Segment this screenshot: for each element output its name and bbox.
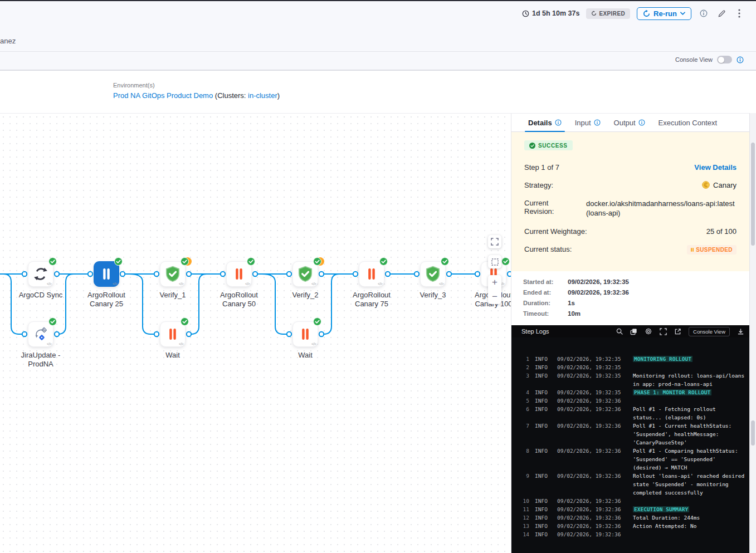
log-line: 10INFO09/02/2026, 19:32:36: [511, 497, 750, 505]
main-content: </>ArgoCD Sync </>JiraUpdate -ProdNA </>…: [0, 113, 756, 553]
node-status-success-icon: [441, 257, 449, 266]
step-logs-title: Step Logs: [521, 328, 549, 335]
node-status-success-icon: [181, 317, 189, 326]
status-badge-expired: EXPIRED: [586, 8, 630, 19]
cluster-link[interactable]: in-cluster: [248, 91, 277, 100]
revision-label: Current Revision:: [524, 199, 569, 216]
execution-duration: 1d 5h 10m 37s: [522, 9, 579, 17]
log-download-icon[interactable]: [737, 328, 744, 335]
pipeline-node-verify-3[interactable]: </>: [420, 261, 446, 287]
timing-row: Started at:09/02/2026, 19:32:35: [523, 278, 750, 285]
log-copy-icon[interactable]: [630, 328, 637, 335]
tab-info-icon: [638, 119, 645, 126]
log-search-icon[interactable]: [616, 328, 623, 335]
rerun-button[interactable]: Re-run: [637, 7, 691, 20]
suspended-badge: SUSPENDED: [687, 245, 737, 255]
edit-pipeline-icon[interactable]: [716, 8, 727, 19]
current-status-label: Current status:: [524, 245, 572, 253]
pipeline-node-verify-2[interactable]: </>: [292, 261, 318, 287]
tab-output[interactable]: Output: [607, 114, 652, 131]
log-line: 7INFO09/02/2026, 19:32:36Poll #1 - Curre…: [511, 422, 750, 447]
pipeline-node-canary-50[interactable]: </>: [226, 261, 252, 287]
log-line: 14INFO09/02/2026, 19:32:36: [511, 530, 750, 539]
log-console-view-button[interactable]: Console View: [689, 327, 730, 336]
node-label-jira-update: JiraUpdate -ProdNA: [7, 351, 74, 369]
node-status-success-icon: [247, 257, 255, 266]
view-details-link[interactable]: View Details: [694, 163, 737, 172]
step-logs-panel: Step Logs Console View 1INFO09/02/2026, …: [511, 325, 750, 553]
log-line: 1INFO09/02/2026, 19:32:35MONITORING ROLL…: [511, 355, 750, 363]
step-logs-body[interactable]: 1INFO09/02/2026, 19:32:35MONITORING ROLL…: [511, 337, 750, 553]
node-label-canary-50: ArgoRolloutCanary 50: [206, 291, 272, 309]
shield-check-icon: [425, 266, 441, 282]
log-fullscreen-icon[interactable]: [660, 328, 667, 335]
details-tabs: DetailsInputOutputExecution Context: [511, 114, 750, 132]
timing-row: Duration:1s: [523, 300, 750, 306]
rerun-icon: [643, 10, 650, 17]
pipeline-node-wait-2[interactable]: </>: [292, 321, 318, 347]
environment-name-link[interactable]: Prod NA GitOps Product Demo: [113, 91, 213, 100]
tab-input[interactable]: Input: [568, 114, 607, 131]
canvas-fullscreen-button[interactable]: [488, 235, 501, 248]
console-view-info-icon[interactable]: [737, 56, 744, 63]
log-line: 3INFO09/02/2026, 19:32:35Monitoring roll…: [511, 371, 750, 388]
clock-icon: [522, 10, 529, 17]
pipeline-node-canary-75[interactable]: </>: [359, 261, 384, 287]
node-label-canary-75: ArgoRolloutCanary 75: [338, 291, 405, 309]
node-status-success-icon: [48, 317, 57, 326]
node-status-success-icon: [114, 257, 123, 266]
node-label-wait-2: Wait: [272, 351, 339, 360]
canvas-zoom-controls: + −: [488, 275, 501, 304]
pipeline-edges: [0, 114, 511, 553]
shield-check-icon: [297, 266, 314, 282]
pause-icon: [166, 327, 179, 341]
tab-execution-context[interactable]: Execution Context: [652, 114, 724, 131]
weightage-label: Current Weightage:: [524, 227, 587, 236]
chevron-down-icon: [680, 12, 685, 15]
pause-icon: [365, 267, 378, 281]
console-view-toggle[interactable]: [717, 56, 732, 63]
pipeline-node-jira-update[interactable]: </>: [28, 321, 53, 347]
pause-icon: [691, 248, 694, 252]
details-summary: SUCCESS Step 1 of 7 View Details Strateg…: [511, 132, 750, 271]
panel-scrollbar-thumb[interactable]: [751, 143, 755, 246]
node-label-verify-3: Verify_3: [399, 291, 466, 300]
template-icon: </>: [179, 282, 183, 286]
pipeline-node-wait-1[interactable]: </>: [160, 321, 186, 347]
pipeline-node-verify-1[interactable]: </>: [160, 261, 186, 287]
zoom-in-button[interactable]: +: [488, 275, 501, 290]
template-icon: </>: [245, 282, 250, 286]
log-line: 5INFO09/02/2026, 19:32:36: [511, 397, 750, 405]
pipeline-node-argocd-sync[interactable]: </>: [28, 261, 53, 287]
step-details-panel: DetailsInputOutputExecution Context SUCC…: [511, 114, 749, 553]
timing-block: Started at:09/02/2026, 19:32:35Ended at:…: [511, 271, 750, 325]
log-line: 9INFO09/02/2026, 19:32:36Rollout 'loans-…: [511, 472, 750, 497]
node-status-success-icon: [313, 317, 321, 326]
timing-row: Timeout:10m: [523, 310, 750, 317]
strategy-value: Canary: [702, 181, 737, 189]
pipeline-canvas[interactable]: </>ArgoCD Sync </>JiraUpdate -ProdNA </>…: [0, 114, 511, 553]
rerun-info-icon[interactable]: [698, 8, 709, 19]
template-icon: </>: [311, 342, 316, 346]
log-open-external-icon[interactable]: [674, 328, 681, 335]
node-label-wait-1: Wait: [139, 351, 206, 360]
jira-update-icon: [33, 326, 48, 342]
tab-details[interactable]: Details: [521, 114, 568, 131]
canvas-select-button[interactable]: [488, 255, 501, 268]
sync-icon: [33, 267, 48, 281]
log-line: 11INFO09/02/2026, 19:32:36EXECUTION SUMM…: [511, 505, 750, 513]
node-status-success-icon: [48, 257, 57, 266]
more-options-icon[interactable]: [734, 8, 745, 19]
step-logs-header: Step Logs Console View: [511, 325, 750, 337]
template-icon: </>: [439, 282, 443, 286]
pause-icon: [100, 267, 113, 281]
pipeline-node-canary-25[interactable]: </>: [94, 261, 119, 287]
breadcrumb[interactable]: anez: [0, 37, 16, 45]
log-settings-icon[interactable]: [645, 327, 652, 335]
strategy-label: Strategy:: [524, 181, 553, 189]
log-scrollbar-thumb[interactable]: [751, 420, 755, 446]
execution-header: 1d 5h 10m 37s EXPIRED Re-run anez: [0, 1, 756, 52]
zoom-out-button[interactable]: −: [488, 290, 501, 304]
node-status-success-warning-icon: [181, 257, 189, 266]
weightage-value: 25 of 100: [706, 227, 737, 236]
